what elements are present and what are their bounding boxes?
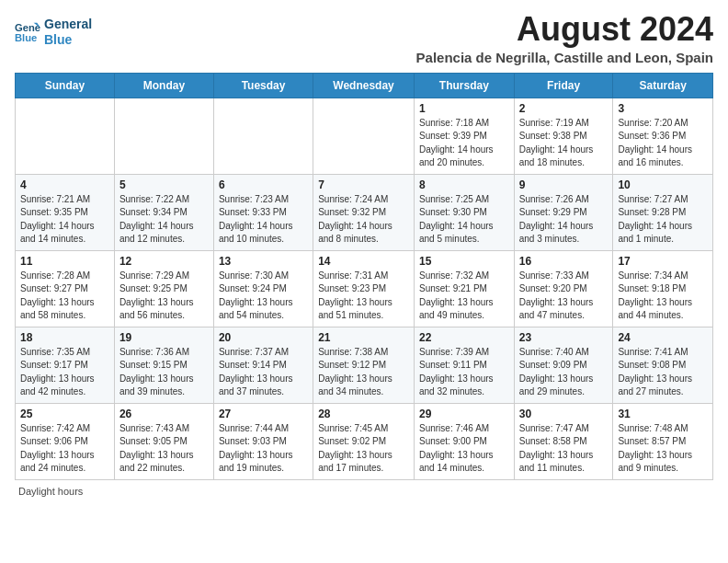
day-number: 16: [519, 255, 609, 268]
day-info: Sunrise: 7:20 AM Sunset: 9:36 PM Dayligh…: [618, 117, 708, 170]
calendar-cell: 26Sunrise: 7:43 AM Sunset: 9:05 PM Dayli…: [114, 403, 213, 479]
day-number: 30: [519, 408, 609, 420]
day-number: 7: [318, 178, 409, 191]
day-number: 1: [419, 102, 509, 115]
calendar-cell: 3Sunrise: 7:20 AM Sunset: 9:36 PM Daylig…: [613, 98, 713, 174]
calendar-cell: 18Sunrise: 7:35 AM Sunset: 9:17 PM Dayli…: [16, 327, 115, 403]
day-info: Sunrise: 7:23 AM Sunset: 9:33 PM Dayligh…: [219, 193, 308, 247]
day-number: 14: [318, 255, 409, 268]
day-number: 28: [318, 408, 409, 420]
day-number: 9: [519, 178, 609, 191]
day-number: 22: [419, 331, 509, 344]
calendar-header-row: SundayMondayTuesdayWednesdayThursdayFrid…: [16, 73, 713, 98]
calendar-cell: 11Sunrise: 7:28 AM Sunset: 9:27 PM Dayli…: [16, 250, 115, 327]
day-info: Sunrise: 7:21 AM Sunset: 9:35 PM Dayligh…: [20, 193, 109, 247]
day-info: Sunrise: 7:35 AM Sunset: 9:17 PM Dayligh…: [20, 346, 109, 399]
day-info: Sunrise: 7:19 AM Sunset: 9:38 PM Dayligh…: [519, 117, 609, 170]
day-info: Sunrise: 7:36 AM Sunset: 9:15 PM Dayligh…: [119, 346, 209, 399]
calendar-cell: 23Sunrise: 7:40 AM Sunset: 9:09 PM Dayli…: [514, 327, 613, 403]
day-number: 23: [519, 331, 609, 344]
day-number: 29: [419, 408, 509, 420]
day-info: Sunrise: 7:47 AM Sunset: 8:58 PM Dayligh…: [519, 422, 609, 476]
day-header-thursday: Thursday: [414, 73, 514, 98]
day-info: Sunrise: 7:41 AM Sunset: 9:08 PM Dayligh…: [618, 346, 708, 399]
day-number: 27: [219, 408, 308, 420]
calendar-cell: 15Sunrise: 7:32 AM Sunset: 9:21 PM Dayli…: [414, 250, 514, 327]
day-info: Sunrise: 7:34 AM Sunset: 9:18 PM Dayligh…: [618, 270, 708, 323]
day-number: 4: [20, 178, 109, 191]
day-info: Sunrise: 7:37 AM Sunset: 9:14 PM Dayligh…: [219, 346, 308, 399]
day-info: Sunrise: 7:42 AM Sunset: 9:06 PM Dayligh…: [20, 422, 109, 476]
logo-line1: General: [44, 17, 92, 32]
calendar-cell: 10Sunrise: 7:27 AM Sunset: 9:28 PM Dayli…: [613, 174, 713, 250]
day-info: Sunrise: 7:22 AM Sunset: 9:34 PM Dayligh…: [119, 193, 209, 247]
day-number: 24: [618, 331, 708, 344]
day-number: 21: [318, 331, 409, 344]
calendar-cell: [114, 98, 213, 174]
day-number: 18: [20, 331, 109, 344]
calendar-cell: 31Sunrise: 7:48 AM Sunset: 8:57 PM Dayli…: [613, 403, 713, 479]
day-info: Sunrise: 7:43 AM Sunset: 9:05 PM Dayligh…: [119, 422, 209, 476]
month-title: August 2024: [416, 11, 713, 48]
subtitle: Palencia de Negrilla, Castille and Leon,…: [416, 50, 713, 65]
day-header-sunday: Sunday: [16, 73, 115, 98]
calendar-cell: 13Sunrise: 7:30 AM Sunset: 9:24 PM Dayli…: [213, 250, 313, 327]
calendar-cell: 21Sunrise: 7:38 AM Sunset: 9:12 PM Dayli…: [313, 327, 415, 403]
day-number: 25: [20, 408, 109, 420]
day-info: Sunrise: 7:40 AM Sunset: 9:09 PM Dayligh…: [519, 346, 609, 399]
day-info: Sunrise: 7:25 AM Sunset: 9:30 PM Dayligh…: [419, 193, 509, 247]
day-info: Sunrise: 7:24 AM Sunset: 9:32 PM Dayligh…: [318, 193, 409, 247]
day-header-wednesday: Wednesday: [313, 73, 415, 98]
logo: General Blue General Blue: [15, 17, 92, 48]
calendar-cell: 8Sunrise: 7:25 AM Sunset: 9:30 PM Daylig…: [414, 174, 514, 250]
day-number: 5: [119, 178, 209, 191]
calendar-cell: [16, 98, 115, 174]
calendar-cell: 20Sunrise: 7:37 AM Sunset: 9:14 PM Dayli…: [213, 327, 313, 403]
day-header-friday: Friday: [514, 73, 613, 98]
day-number: 20: [219, 331, 308, 344]
calendar-cell: 29Sunrise: 7:46 AM Sunset: 9:00 PM Dayli…: [414, 403, 514, 479]
calendar-cell: [313, 98, 415, 174]
day-number: 31: [618, 408, 708, 420]
calendar-cell: 25Sunrise: 7:42 AM Sunset: 9:06 PM Dayli…: [16, 403, 115, 479]
calendar-cell: 17Sunrise: 7:34 AM Sunset: 9:18 PM Dayli…: [613, 250, 713, 327]
day-number: 10: [618, 178, 708, 191]
day-number: 19: [119, 331, 209, 344]
calendar-cell: 12Sunrise: 7:29 AM Sunset: 9:25 PM Dayli…: [114, 250, 213, 327]
calendar-cell: 22Sunrise: 7:39 AM Sunset: 9:11 PM Dayli…: [414, 327, 514, 403]
calendar-cell: 16Sunrise: 7:33 AM Sunset: 9:20 PM Dayli…: [514, 250, 613, 327]
calendar-cell: 7Sunrise: 7:24 AM Sunset: 9:32 PM Daylig…: [313, 174, 415, 250]
day-number: 3: [618, 102, 708, 115]
calendar-cell: 27Sunrise: 7:44 AM Sunset: 9:03 PM Dayli…: [213, 403, 313, 479]
day-number: 12: [119, 255, 209, 268]
week-row-0: 1Sunrise: 7:18 AM Sunset: 9:39 PM Daylig…: [16, 98, 713, 174]
day-info: Sunrise: 7:46 AM Sunset: 9:00 PM Dayligh…: [419, 422, 509, 476]
day-number: 26: [119, 408, 209, 420]
day-info: Sunrise: 7:32 AM Sunset: 9:21 PM Dayligh…: [419, 270, 509, 323]
day-header-saturday: Saturday: [613, 73, 713, 98]
day-info: Sunrise: 7:30 AM Sunset: 9:24 PM Dayligh…: [219, 270, 308, 323]
day-header-monday: Monday: [114, 73, 213, 98]
week-row-3: 18Sunrise: 7:35 AM Sunset: 9:17 PM Dayli…: [16, 327, 713, 403]
footer-note: Daylight hours: [15, 486, 713, 497]
day-info: Sunrise: 7:26 AM Sunset: 9:29 PM Dayligh…: [519, 193, 609, 247]
day-info: Sunrise: 7:18 AM Sunset: 9:39 PM Dayligh…: [419, 117, 509, 170]
calendar-table: SundayMondayTuesdayWednesdayThursdayFrid…: [15, 73, 713, 480]
day-info: Sunrise: 7:38 AM Sunset: 9:12 PM Dayligh…: [318, 346, 409, 399]
calendar-cell: 5Sunrise: 7:22 AM Sunset: 9:34 PM Daylig…: [114, 174, 213, 250]
day-number: 17: [618, 255, 708, 268]
calendar-cell: 6Sunrise: 7:23 AM Sunset: 9:33 PM Daylig…: [213, 174, 313, 250]
day-info: Sunrise: 7:29 AM Sunset: 9:25 PM Dayligh…: [119, 270, 209, 323]
calendar-cell: 28Sunrise: 7:45 AM Sunset: 9:02 PM Dayli…: [313, 403, 415, 479]
day-number: 15: [419, 255, 509, 268]
calendar-cell: 30Sunrise: 7:47 AM Sunset: 8:58 PM Dayli…: [514, 403, 613, 479]
calendar-cell: [213, 98, 313, 174]
logo-line2: Blue: [44, 32, 92, 48]
day-info: Sunrise: 7:28 AM Sunset: 9:27 PM Dayligh…: [20, 270, 109, 323]
calendar-cell: 2Sunrise: 7:19 AM Sunset: 9:38 PM Daylig…: [514, 98, 613, 174]
calendar-cell: 19Sunrise: 7:36 AM Sunset: 9:15 PM Dayli…: [114, 327, 213, 403]
day-number: 6: [219, 178, 308, 191]
day-info: Sunrise: 7:31 AM Sunset: 9:23 PM Dayligh…: [318, 270, 409, 323]
calendar-cell: 14Sunrise: 7:31 AM Sunset: 9:23 PM Dayli…: [313, 250, 415, 327]
day-info: Sunrise: 7:45 AM Sunset: 9:02 PM Dayligh…: [318, 422, 409, 476]
